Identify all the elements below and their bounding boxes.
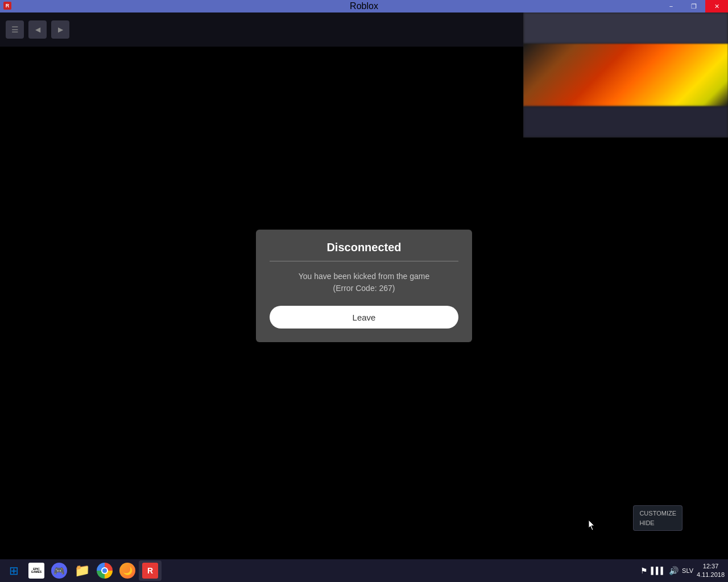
taskbar-epic-games[interactable]: EPICGAMES — [25, 560, 48, 581]
window-title: Roblox — [350, 1, 378, 11]
notification-tooltip: CUSTOMIZE HIDE — [633, 505, 682, 531]
taskbar-palemoon[interactable]: 🌙 — [116, 560, 139, 581]
system-clock[interactable]: 12:37 4.11.2018 — [697, 562, 725, 580]
minimize-button[interactable]: − — [660, 0, 682, 13]
taskbar-chrome[interactable] — [93, 560, 116, 581]
flag-icon[interactable]: ⚑ — [640, 566, 648, 575]
system-tray: ⚑ ▌▌▌ 🔊 SLV 12:37 4.11.2018 — [640, 559, 728, 582]
taskbar-file-explorer[interactable]: 📁 — [71, 560, 93, 581]
disconnected-dialog: Disconnected You have been kicked from t… — [256, 230, 472, 342]
leave-button[interactable]: Leave — [270, 306, 458, 329]
dialog-title: Disconnected — [270, 241, 458, 254]
volume-icon[interactable]: 🔊 — [669, 566, 679, 575]
game-viewport: ☰ ◀ ▶ Disconnected You have been kicked … — [0, 13, 728, 559]
restore-button[interactable]: ❐ — [682, 0, 705, 13]
dialog-message-line2: (Error Code: 267) — [270, 282, 458, 294]
dialog-divider — [270, 261, 458, 261]
titlebar: R Roblox − ❐ ✕ — [0, 0, 728, 13]
tooltip-line2: HIDE — [639, 518, 676, 528]
clock-time: 12:37 — [697, 562, 725, 571]
signal-icon: ▌▌▌ — [651, 567, 666, 575]
start-button[interactable]: ⊞ — [2, 560, 25, 581]
taskbar-roblox[interactable]: R — [139, 560, 162, 581]
language-indicator: SLV — [682, 567, 693, 574]
dialog-message-line1: You have been kicked from the game — [270, 271, 458, 282]
dialog-overlay: Disconnected You have been kicked from t… — [0, 13, 728, 559]
tooltip-line1: CUSTOMIZE — [639, 509, 676, 518]
taskbar-discord[interactable]: 🎮 — [48, 560, 71, 581]
taskbar: ⊞ EPICGAMES 🎮 📁 🌙 R — [0, 559, 728, 582]
app-icon: R — [3, 2, 11, 10]
clock-date: 4.11.2018 — [697, 571, 725, 579]
dialog-message: You have been kicked from the game (Erro… — [270, 271, 458, 294]
close-button[interactable]: ✕ — [705, 0, 728, 13]
window-controls: − ❐ ✕ — [660, 0, 728, 13]
